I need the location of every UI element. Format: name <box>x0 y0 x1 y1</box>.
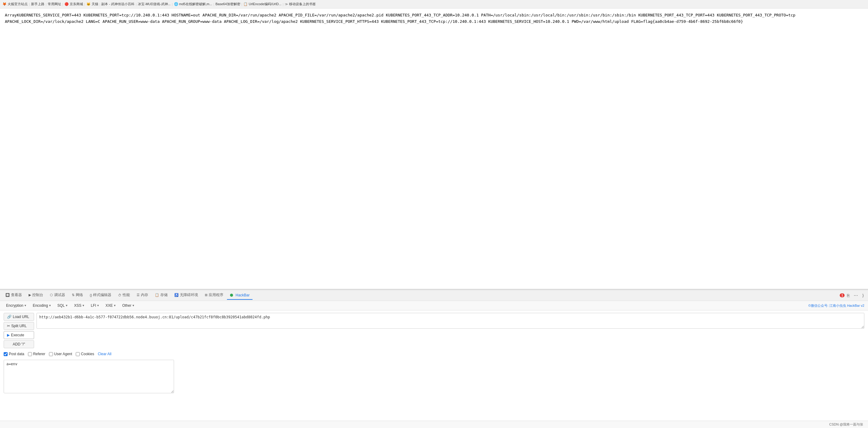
menu-xss[interactable]: XSS ▼ <box>72 302 87 309</box>
load-url-button[interactable]: 🔗 Load URL <box>4 313 34 321</box>
user-agent-checkbox[interactable] <box>49 352 53 356</box>
hackbar-action-buttons: 🔗 Load URL ✂ Split URL ▶ Execute ADD "/" <box>4 313 34 348</box>
load-url-label: Load URL <box>13 315 29 319</box>
tab-console-label: 控制台 <box>32 292 43 297</box>
tab-storage[interactable]: 📋 存储 <box>152 291 171 300</box>
tab-hackbar-label: HackBar <box>236 293 249 297</box>
tab-performance[interactable]: ⏱ 性能 <box>115 291 133 300</box>
tab-app-manager-label: 应用程序 <box>209 292 223 297</box>
hackbar-body: 🔗 Load URL ✂ Split URL ▶ Execute ADD "/" <box>0 310 868 421</box>
post-data-input[interactable] <box>4 360 174 393</box>
tab-memory[interactable]: ☰ 内存 <box>133 291 151 300</box>
tab-mobile-bookmarks[interactable]: ≫ 移动设备上的书签 <box>285 2 316 6</box>
tab-storage-label: 存储 <box>160 292 168 297</box>
post-data-option[interactable]: Post data <box>4 352 24 356</box>
tab-debugger[interactable]: ⬡ 调试器 <box>47 291 68 300</box>
referer-checkbox[interactable] <box>28 352 32 356</box>
performance-icon: ⏱ <box>118 293 121 297</box>
encoding-arrow-icon: ▼ <box>49 304 52 307</box>
tab-debugger-label: 调试器 <box>54 292 65 297</box>
menu-xss-label: XSS <box>74 304 82 308</box>
execute-button[interactable]: ▶ Execute <box>4 331 34 339</box>
tab-jd[interactable]: 🔴 京东商城 <box>64 2 83 6</box>
user-agent-option[interactable]: User Agent <box>49 352 72 356</box>
split-url-button[interactable]: ✂ Split URL <box>4 322 34 330</box>
tab-mud[interactable]: 冰宝-MUD游戏-武神... <box>138 2 171 6</box>
debugger-icon: ⬡ <box>50 293 53 297</box>
menu-sql-label: SQL <box>58 304 65 308</box>
execute-icon: ▶ <box>7 333 10 337</box>
menu-other-label: Other <box>122 304 131 308</box>
cookies-option[interactable]: Cookies <box>76 352 94 356</box>
clear-all-button[interactable]: Clear All <box>98 352 111 356</box>
referer-option[interactable]: Referer <box>28 352 45 356</box>
menu-encoding[interactable]: Encoding ▼ <box>30 302 54 309</box>
hackbar-toolbar: Encryption ▼ Encoding ▼ SQL ▼ XSS ▼ LFI … <box>0 301 868 310</box>
accessibility-icon: ♿ <box>174 293 179 297</box>
server-response-text: ArrayKUBERNETES_SERVICE_PORT=443 KUBERNE… <box>5 13 795 24</box>
tab-urlencode[interactable]: 📋 UrlEncode编码/UrlD... <box>243 2 281 6</box>
xxe-arrow-icon: ▼ <box>114 304 116 307</box>
menu-xxe[interactable]: XXE ▼ <box>103 302 119 309</box>
tab-base64[interactable]: Base64加密解密 <box>215 2 240 6</box>
xss-arrow-icon: ▼ <box>82 304 85 307</box>
menu-other[interactable]: Other ▼ <box>120 302 137 309</box>
copy-devtools-icon[interactable]: ⎘ <box>845 292 851 299</box>
other-arrow-icon: ▼ <box>132 304 135 307</box>
add-slash-label: ADD "/" <box>13 342 25 346</box>
footer-text: CSDN @我将一面与张 <box>829 423 863 426</box>
tab-network[interactable]: ⇅ 网络 <box>69 291 86 300</box>
add-slash-button[interactable]: ADD "/" <box>4 340 34 348</box>
tab-accessibility[interactable]: ♿ 无障碍环境 <box>171 291 201 300</box>
browser-tab-bar: 🦊 火狐官方站点 | 新手上路 | 常用网址 | 🔴 京东商城 | 🐱 天猫 |… <box>0 0 868 8</box>
tab-app-manager[interactable]: ⊞ 应用程序 <box>202 291 226 300</box>
cookies-label: Cookies <box>81 352 94 356</box>
tab-console[interactable]: ▶ 控制台 <box>26 291 46 300</box>
hackbar-url-row: 🔗 Load URL ✂ Split URL ▶ Execute ADD "/" <box>4 313 864 348</box>
tab-accessibility-label: 无障碍环境 <box>180 292 198 297</box>
devtools-panel: 🔲 查看器 ▶ 控制台 ⬡ 调试器 ⇅ 网络 {} 样式编辑器 ⏱ 性能 ☰ 内… <box>0 290 868 421</box>
tab-md5[interactable]: 🌐 md5在线解密破解,m... <box>174 2 212 6</box>
execute-label: Execute <box>11 333 24 337</box>
menu-lfi-label: LFI <box>91 304 96 308</box>
menu-encryption[interactable]: Encryption ▼ <box>4 302 29 309</box>
tab-wushen[interactable]: 副本 - 武神传说小百科 <box>101 2 134 6</box>
tab-memory-label: 内存 <box>141 292 148 297</box>
encryption-arrow-icon: ▼ <box>24 304 27 307</box>
inspector-icon: 🔲 <box>5 293 10 297</box>
tab-style-editor[interactable]: {} 样式编辑器 <box>87 291 114 300</box>
tab-hackbar[interactable]: HackBar <box>227 291 252 300</box>
menu-sql[interactable]: SQL ▼ <box>55 302 70 309</box>
error-badge: 1 <box>840 293 844 297</box>
more-options-icon[interactable]: ⋯ <box>852 292 860 299</box>
split-url-label: Split URL <box>11 324 27 328</box>
page-footer: CSDN @我将一面与张 <box>0 421 868 428</box>
storage-icon: 📋 <box>155 293 159 297</box>
devtools-tab-bar: 🔲 查看器 ▶ 控制台 ⬡ 调试器 ⇅ 网络 {} 样式编辑器 ⏱ 性能 ☰ 内… <box>0 290 868 301</box>
menu-lfi[interactable]: LFI ▼ <box>88 302 102 309</box>
split-url-icon: ✂ <box>7 324 10 328</box>
tab-tmall[interactable]: 🐱 天猫 <box>86 2 98 6</box>
post-data-label: Post data <box>9 352 24 356</box>
url-input[interactable] <box>36 313 864 329</box>
tab-common-urls[interactable]: 常用网址 <box>48 2 61 6</box>
cookies-checkbox[interactable] <box>76 352 80 356</box>
tab-performance-label: 性能 <box>123 292 130 297</box>
network-icon: ⇅ <box>72 293 74 297</box>
menu-encryption-label: Encryption <box>6 304 24 308</box>
menu-xxe-label: XXE <box>105 304 113 308</box>
style-editor-icon: {} <box>90 293 92 297</box>
tab-inspector[interactable]: 🔲 查看器 <box>2 291 25 300</box>
post-data-checkbox[interactable] <box>4 352 8 356</box>
tab-inspector-label: 查看器 <box>11 292 22 297</box>
app-manager-icon: ⊞ <box>205 293 208 297</box>
tab-huhu[interactable]: 🦊 火狐官方站点 <box>2 2 28 6</box>
menu-encoding-label: Encoding <box>33 304 48 308</box>
console-icon: ▶ <box>29 293 31 297</box>
close-devtools-icon[interactable]: ⟩ <box>860 292 866 299</box>
hackbar-options-row: Post data Referer User Agent Cookies Cle… <box>4 351 864 357</box>
hackbar-green-dot <box>230 294 233 297</box>
tab-newbie[interactable]: 新手上路 <box>31 2 44 6</box>
hackbar-credit: ©微信公众号: 江南小虫虫 HackBar v2 <box>808 304 864 308</box>
tab-network-label: 网络 <box>76 292 83 297</box>
